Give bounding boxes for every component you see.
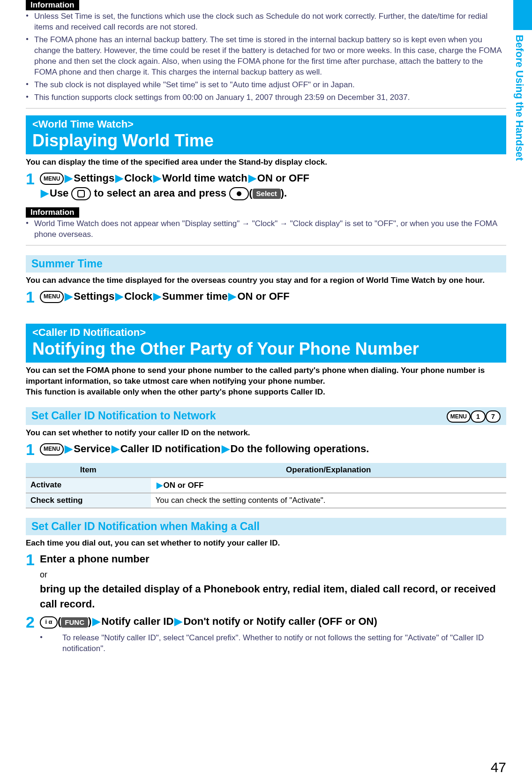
period: . — [284, 187, 287, 199]
subheading-summer-time: Summer Time — [26, 255, 506, 273]
information-label: Information — [26, 0, 79, 10]
world-time-step-1: 1 MENU▶Settings▶Clock▶World time watch▶O… — [26, 171, 506, 201]
arrow-icon: ▶ — [227, 290, 237, 302]
arrow-icon: ▶ — [114, 290, 124, 302]
step-number: 1 — [26, 289, 40, 305]
arrow-icon: ▶ — [111, 443, 120, 455]
step-line-2: bring up the detailed display of a Phone… — [40, 583, 496, 610]
information-list: Unless Set Time is set, the functions wh… — [26, 11, 506, 103]
summer-intro: You can advance the time displayed for t… — [26, 275, 506, 286]
path-calleridnotif: Caller ID notification — [120, 443, 221, 455]
set-network-intro: You can set whether to notify your calle… — [26, 428, 506, 439]
subheading-text: Set Caller ID Notification when Making a… — [31, 520, 260, 533]
arrow-icon: ▶ — [64, 443, 74, 455]
section-title: Displaying World Time — [32, 131, 500, 150]
step-number: 1 — [26, 441, 40, 457]
arrow-icon: ▶ — [152, 290, 162, 302]
step-body: i α(FUNC)▶Notify caller ID▶Don't notify … — [40, 614, 506, 629]
section-tag: <World Time Watch> — [32, 118, 500, 130]
arrow-icon: ▶ — [91, 615, 101, 627]
path-clock: Clock — [124, 172, 152, 184]
arrow-icon: ▶ — [152, 172, 162, 184]
close-paren: ) — [281, 187, 284, 199]
step-number: 1 — [26, 171, 40, 187]
information-list: World Time Watch does not appear when "D… — [26, 219, 506, 240]
set-network-step-1: 1 MENU▶Service▶Caller ID notification▶Do… — [26, 441, 506, 457]
step-text: Use — [50, 187, 68, 199]
step-text: to select an area and press — [94, 187, 226, 199]
cell-op: You can check the setting contents of "A… — [151, 493, 507, 508]
arrow-icon: ▶ — [221, 443, 231, 455]
path-settings: Settings — [74, 290, 114, 302]
arrow-icon: ▶ — [40, 187, 50, 199]
info-item: The FOMA phone has an internal backup ba… — [26, 35, 506, 78]
information-block-1: Information Unless Set Time is set, the … — [26, 0, 506, 109]
set-call-step-1: 1 Enter a phone number or bring up the d… — [26, 552, 506, 612]
softkey-select: Select — [253, 189, 281, 199]
open-paren: ( — [58, 615, 61, 627]
caller-id-intro: You can set the FOMA phone to send your … — [26, 365, 506, 398]
step-or: or — [40, 570, 47, 579]
section-title: Notifying the Other Party of Your Phone … — [32, 340, 500, 358]
table-header-operation: Operation/Explanation — [151, 463, 507, 478]
page-content: Information Unless Set Time is set, the … — [0, 0, 532, 670]
func-key-icon: i α — [40, 616, 58, 629]
info-item: Unless Set Time is set, the functions wh… — [26, 11, 506, 33]
section-tag: <Caller ID Notification> — [32, 326, 500, 339]
cell-op: ▶ON or OFF — [151, 478, 507, 493]
open-paren: ( — [249, 187, 252, 199]
step-body: MENU▶Settings▶Clock▶World time watch▶ON … — [40, 171, 506, 201]
set-call-intro: Each time you dial out, you can set whet… — [26, 538, 506, 549]
cell-item: Activate — [26, 478, 151, 493]
menu-key-icon: MENU — [40, 291, 64, 303]
arrow-icon: ▶ — [114, 172, 124, 184]
path-summertime: Summer time — [162, 290, 227, 302]
world-time-intro: You can display the time of the specifie… — [26, 157, 506, 168]
path-onoff: ON or OFF — [237, 290, 289, 302]
section-world-time: <World Time Watch> Displaying World Time — [26, 115, 506, 155]
step-number: 2 — [26, 614, 40, 630]
menu-key-icon: MENU — [40, 173, 64, 185]
path-onoff: ON or OFF — [257, 172, 309, 184]
divider — [26, 108, 506, 109]
information-label: Information — [26, 207, 79, 218]
path-worldtimewatch: World time watch — [162, 172, 247, 184]
table-header-item: Item — [26, 463, 151, 478]
menu-key-icon: MENU — [447, 410, 471, 423]
arrow-icon: ▶ — [173, 615, 183, 627]
num-key-7: 7 — [486, 410, 501, 423]
step-body: Enter a phone number or bring up the det… — [40, 552, 506, 612]
cell-item: Check setting — [26, 493, 151, 508]
table-row: Check setting You can check the setting … — [26, 493, 506, 508]
side-tab-marker — [513, 0, 532, 30]
info-item: World Time Watch does not appear when "D… — [26, 219, 506, 240]
summer-step-1: 1 MENU▶Settings▶Clock▶Summer time▶ON or … — [26, 289, 506, 305]
arrow-icon: ▶ — [64, 290, 74, 302]
path-settings: Settings — [74, 172, 114, 184]
subheading-set-call: Set Caller ID Notification when Making a… — [26, 518, 506, 535]
step-line-1: Enter a phone number — [40, 553, 149, 565]
step-body: MENU▶Service▶Caller ID notification▶Do t… — [40, 441, 506, 456]
step-2-note: To release "Notify caller ID", select "C… — [40, 633, 506, 654]
set-call-step-2: 2 i α(FUNC)▶Notify caller ID▶Don't notif… — [26, 614, 506, 630]
section-caller-id: <Caller ID Notification> Notifying the O… — [26, 324, 506, 363]
divider — [26, 245, 506, 246]
info-item: This function supports clock settings fr… — [26, 92, 506, 103]
arrow-icon: ▶ — [247, 172, 257, 184]
path-doops: Do the following operations. — [231, 443, 369, 455]
path-notifycaller: Notify caller ID — [101, 615, 173, 627]
dpad-icon — [71, 187, 91, 200]
operations-table: Item Operation/Explanation Activate ▶ON … — [26, 463, 506, 508]
table-row: Activate ▶ON or OFF — [26, 478, 506, 493]
page-number: 47 — [491, 759, 506, 775]
subheading-text: Summer Time — [31, 258, 103, 270]
center-key-icon — [229, 187, 249, 200]
shortcut-keys: MENU17 — [447, 409, 501, 423]
softkey-func: FUNC — [61, 617, 88, 628]
arrow-icon: ▶ — [64, 172, 74, 184]
cell-op-text: ON or OFF — [164, 481, 204, 490]
subheading-set-network: Set Caller ID Notification to Network ME… — [26, 407, 506, 425]
menu-key-icon: MENU — [40, 443, 64, 455]
num-key-1: 1 — [471, 410, 486, 423]
info-item: The sub clock is not displayed while "Se… — [26, 80, 506, 91]
